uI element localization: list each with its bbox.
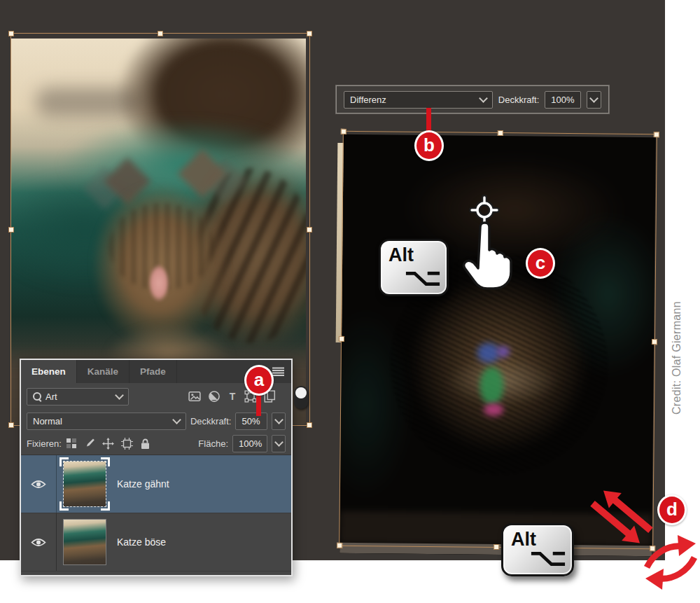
tab-ebenen[interactable]: Ebenen	[21, 360, 77, 383]
blend-mode-value: Differenz	[350, 95, 386, 105]
layer-thumbnail[interactable]	[63, 461, 106, 507]
hand-cursor-icon	[447, 192, 531, 325]
layer-opacity-dropdown-button[interactable]	[272, 413, 286, 430]
lock-paint-icon[interactable]	[84, 438, 95, 449]
layer-name: Katze böse	[117, 536, 166, 548]
filter-adjustment-icon[interactable]	[208, 390, 220, 403]
fill-field[interactable]: 100%	[232, 435, 267, 452]
transform-handle[interactable]	[307, 31, 312, 36]
filter-type-icon[interactable]: T	[227, 390, 238, 403]
target-cursor-icon	[472, 197, 497, 223]
callout-b-stem	[426, 108, 431, 133]
transform-handle[interactable]	[8, 31, 14, 36]
transform-handle[interactable]	[652, 339, 657, 345]
fill-dropdown-button[interactable]	[272, 435, 286, 452]
curved-swap-arrows-icon	[641, 527, 700, 595]
lock-all-icon[interactable]	[140, 438, 150, 450]
transform-handle[interactable]	[307, 422, 312, 428]
transform-handle[interactable]	[8, 227, 14, 233]
tab-kanaele[interactable]: Kanäle	[77, 360, 130, 383]
transform-handle[interactable]	[8, 422, 14, 428]
layer-search-select[interactable]: Art	[27, 388, 129, 406]
layer-opacity-field[interactable]: 50%	[235, 413, 267, 430]
opacity-field[interactable]: 100%	[545, 91, 580, 109]
layer-thumbnail[interactable]	[63, 519, 106, 565]
chevron-down-icon	[479, 94, 488, 103]
eye-icon	[31, 537, 46, 548]
chevron-down-icon	[274, 415, 284, 424]
chevron-down-icon	[589, 94, 598, 103]
search-icon	[33, 392, 41, 401]
chevron-down-icon	[115, 391, 124, 400]
layer-visibility-toggle[interactable]	[21, 455, 57, 513]
transform-handle[interactable]	[341, 129, 346, 134]
opacity-label: Deckkraft:	[498, 95, 540, 105]
callout-badge-a: a	[244, 365, 274, 396]
layer-name: Katze gähnt	[117, 478, 169, 490]
layer-row-katze-gaehnt[interactable]: Katze gähnt	[21, 455, 291, 513]
tab-pfade[interactable]: Pfade	[130, 360, 177, 383]
credit-text: Credit: Olaf Giermann	[671, 301, 683, 415]
layer-blend-mode-value: Normal	[33, 416, 62, 427]
lock-position-icon[interactable]	[102, 438, 114, 450]
layer-opacity-label: Deckkraft:	[190, 416, 232, 427]
opacity-dropdown-button[interactable]	[587, 91, 601, 109]
option-key-icon	[530, 550, 566, 568]
layer-lock-row: Fixieren: Fläche: 100%	[21, 432, 291, 455]
transform-handle[interactable]	[654, 132, 659, 137]
layer-row-katze-boese[interactable]: Katze böse	[21, 513, 291, 571]
lock-artboard-icon[interactable]	[121, 438, 133, 450]
transform-handle[interactable]	[158, 31, 163, 36]
chevron-down-icon	[274, 438, 284, 447]
layer-filter-toggle[interactable]	[294, 386, 308, 409]
callout-badge-b: b	[414, 130, 444, 161]
alt-key-graphic: Alt	[501, 523, 574, 576]
transform-handle[interactable]	[493, 544, 499, 550]
alt-key-label: Alt	[388, 244, 414, 266]
alt-key-label: Alt	[511, 529, 536, 550]
transform-handle[interactable]	[497, 130, 503, 136]
option-key-icon	[405, 270, 441, 288]
filter-pixel-icon[interactable]	[188, 390, 202, 403]
blend-mode-bar: Differenz Deckkraft: 100%	[336, 85, 609, 113]
transform-handle[interactable]	[307, 227, 312, 233]
search-value: Art	[46, 391, 57, 402]
svg-text:T: T	[230, 391, 236, 402]
lock-label: Fixieren:	[27, 438, 62, 449]
layer-blend-mode-select[interactable]: Normal	[27, 413, 186, 430]
layer-blend-row: Normal Deckkraft: 50%	[21, 410, 291, 432]
lock-transparency-icon[interactable]	[66, 438, 77, 449]
eye-icon	[31, 479, 46, 490]
chevron-down-icon	[172, 415, 181, 424]
transform-handle[interactable]	[339, 335, 344, 341]
alt-key-graphic: Alt	[379, 239, 449, 296]
transform-handle[interactable]	[337, 543, 342, 548]
layer-visibility-toggle[interactable]	[21, 513, 57, 571]
fill-label: Fläche:	[198, 438, 228, 449]
blend-mode-select[interactable]: Differenz	[344, 91, 493, 109]
